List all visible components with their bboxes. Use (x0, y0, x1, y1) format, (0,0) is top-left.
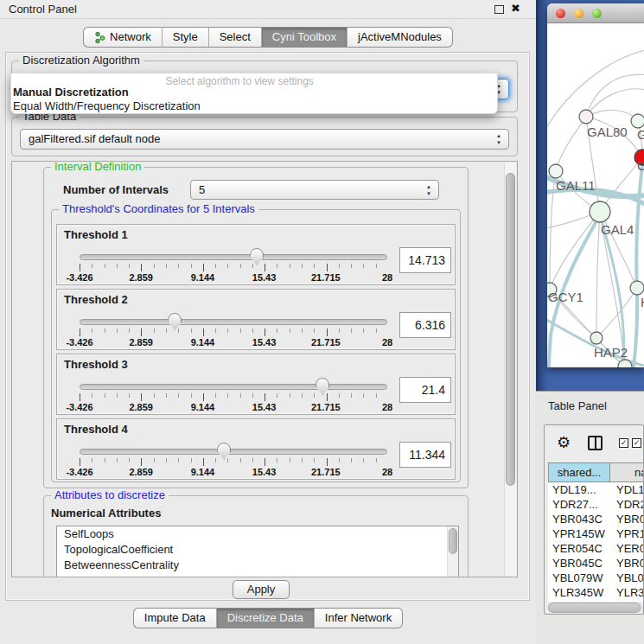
table-row[interactable]: YBL079W YBL0 (548, 571, 644, 585)
slider-track[interactable] (80, 384, 387, 390)
tab-jactivemnodules[interactable]: jActiveMNodules (348, 27, 453, 48)
network-window[interactable]: GAL80 G C GAL11 GAL4 GCY1 H HAP2 (547, 3, 644, 367)
table-data-combobox[interactable]: galFiltered.sif default node ▲▼ (20, 129, 509, 150)
threshold-value-field[interactable]: 14.713 (399, 247, 451, 273)
table-row[interactable]: YBR043C YBR0 (548, 512, 644, 526)
close-traffic-light-icon[interactable] (556, 9, 565, 18)
slider-track[interactable] (80, 254, 387, 260)
network-window-titlebar[interactable] (547, 3, 644, 23)
scale-label: 21.715 (311, 402, 341, 412)
cell: YBL079W (548, 571, 610, 585)
slider-knob[interactable] (168, 313, 182, 330)
tab-cyni-toolbox[interactable]: Cyni Toolbox (262, 27, 348, 48)
tab-impute-data[interactable]: Impute Data (133, 608, 217, 628)
list-item[interactable]: BetweennessCentrality (57, 558, 458, 573)
table-row[interactable]: YER054C YER0 (548, 541, 644, 556)
threshold-label: Threshold 1 (64, 228, 128, 241)
close-icon[interactable]: ✖ (511, 2, 520, 15)
attributes-groupbox: Attributes to discretize Numerical Attri… (43, 495, 469, 577)
network-canvas[interactable]: GAL80 G C GAL11 GAL4 GCY1 H HAP2 (547, 23, 644, 367)
cell: YIL052C (548, 600, 610, 602)
num-intervals-combobox[interactable]: 5 ▲▼ (190, 180, 439, 200)
list-item[interactable]: SelfLoops (57, 526, 458, 542)
minimize-traffic-light-icon[interactable] (574, 9, 583, 18)
scale-label: 28 (382, 402, 392, 412)
threshold-value-field[interactable]: 6.316 (399, 312, 451, 338)
slider-major-ticks (80, 458, 388, 466)
scale-label: 28 (382, 467, 392, 477)
float-window-icon[interactable] (494, 5, 504, 14)
control-panel-titlebar: Control Panel ✖ (0, 0, 536, 19)
table-row[interactable]: YDL19... YDL1 (548, 482, 644, 497)
attributes-list-scrollbar[interactable] (447, 526, 458, 577)
scrollbar-thumb[interactable] (506, 173, 515, 486)
tab-select[interactable]: Select (209, 27, 262, 48)
combo-arrows-icon: ▲▼ (426, 183, 431, 197)
apply-button[interactable]: Apply (233, 580, 290, 599)
node-top-right[interactable] (631, 114, 644, 128)
threshold-slider[interactable]: -3.426 2.859 9.144 15.43 21.715 28 (80, 316, 387, 348)
checkbox-icon[interactable]: ✓ (632, 438, 641, 448)
cell: YPR145W (548, 526, 610, 541)
tab-discretize-data[interactable]: Discretize Data (217, 608, 315, 628)
slider-track[interactable] (80, 319, 387, 325)
attributes-list[interactable]: SelfLoops TopologicalCoefficient Between… (56, 526, 459, 577)
table-horizontal-scrollbar[interactable] (548, 603, 643, 613)
threshold-value-field[interactable]: 21.4 (399, 377, 451, 403)
slider-knob[interactable] (217, 443, 231, 460)
panel-title: Control Panel (9, 3, 77, 16)
table-row[interactable]: YDR27... YDR2 (548, 497, 644, 512)
zoom-traffic-light-icon[interactable] (592, 9, 602, 18)
scale-label: 9.144 (191, 337, 215, 348)
scale-label: 15.43 (252, 402, 277, 412)
numerical-attributes-label: Numerical Attributes (51, 507, 161, 520)
node-gal80[interactable] (579, 110, 593, 124)
cell: YIL0 (610, 600, 644, 602)
table-panel: Table Panel ⚙ ✓ ✓ shared... na YDL19... … (536, 391, 644, 644)
table-row[interactable]: YLR345W YLR3 (548, 585, 644, 600)
threshold-label: Threshold 4 (64, 423, 128, 436)
threshold-slider[interactable]: -3.426 2.859 9.144 15.43 21.715 28 (80, 445, 387, 478)
table-row[interactable]: YPR145W YPR1 (548, 526, 644, 541)
algorithm-option-equal-width[interactable]: Equal Width/Frequency Discretization (13, 99, 201, 112)
tab-network[interactable]: Network (83, 27, 163, 48)
algorithm-option-manual[interactable]: Manual Discretization (13, 86, 129, 99)
gear-icon[interactable]: ⚙ (557, 434, 571, 451)
cell: YBR043C (548, 512, 610, 526)
num-intervals-value: 5 (199, 183, 205, 196)
tab-label: Network (110, 28, 151, 47)
scrollbar-thumb[interactable] (548, 603, 641, 613)
node-h[interactable] (630, 281, 644, 295)
cell: YBL0 (610, 571, 644, 585)
slider-track[interactable] (80, 449, 387, 455)
scrollbar-thumb[interactable] (449, 528, 457, 554)
node-gal11[interactable] (549, 164, 563, 178)
scale-label: 9.144 (191, 272, 215, 283)
table-row[interactable]: YBR045C YBR0 (548, 556, 644, 571)
network-icon (94, 31, 105, 44)
slider-knob[interactable] (250, 248, 264, 265)
tab-style[interactable]: Style (163, 27, 209, 48)
scale-label: 15.43 (252, 467, 277, 477)
tab-infer-network[interactable]: Infer Network (315, 608, 403, 628)
threshold-slider[interactable]: -3.426 2.859 9.144 15.43 21.715 28 (80, 380, 387, 413)
thresholds-legend: Threshold's Coordinates for 5 Intervals (59, 202, 258, 215)
table-row[interactable]: YIL052C YIL0 (548, 600, 644, 602)
column-header-shared[interactable]: shared... (548, 462, 610, 482)
scale-label: 28 (382, 272, 392, 283)
node-hap2[interactable] (590, 332, 603, 344)
cell: YDL1 (610, 482, 644, 497)
list-item[interactable]: TopologicalCoefficient (57, 542, 458, 558)
threshold-slider[interactable]: -3.426 2.859 9.144 15.43 21.715 28 (80, 251, 387, 284)
column-header-name[interactable]: na (610, 462, 644, 482)
slider-knob[interactable] (316, 378, 329, 395)
node-gal4[interactable] (590, 201, 610, 222)
threshold-panel-4: Threshold 4 -3.426 2.859 9.144 15.43 (56, 418, 456, 480)
scale-label: 2.859 (129, 337, 153, 348)
scale-label: 21.715 (311, 467, 341, 477)
threshold-panel-3: Threshold 3 -3.426 2.859 9.144 15.43 (56, 354, 456, 415)
settings-vertical-scrollbar[interactable] (504, 163, 516, 577)
threshold-value-field[interactable]: 11.344 (399, 442, 451, 468)
columns-icon[interactable] (588, 436, 603, 450)
checkbox-icon[interactable]: ✓ (619, 438, 628, 448)
